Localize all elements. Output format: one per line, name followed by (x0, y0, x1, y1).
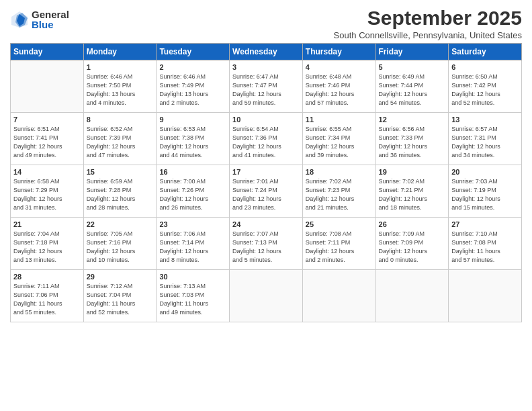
logo-general-text: General (32, 9, 69, 19)
calendar-title: September 2025 (334, 7, 522, 29)
day-number: 11 (306, 116, 373, 124)
day-info: Sunrise: 7:05 AM Sunset: 7:16 PM Dayligh… (87, 230, 154, 265)
title-area: September 2025 South Connellsville, Penn… (334, 7, 522, 40)
day-info: Sunrise: 6:54 AM Sunset: 7:36 PM Dayligh… (232, 125, 300, 160)
day-cell-w5-d7 (449, 270, 522, 322)
day-number: 10 (232, 116, 300, 124)
day-number: 3 (232, 63, 300, 71)
col-sunday: Sunday (11, 44, 84, 60)
day-info: Sunrise: 6:49 AM Sunset: 7:44 PM Dayligh… (379, 73, 446, 107)
day-cell-w2-d7: 13Sunrise: 6:57 AM Sunset: 7:31 PM Dayli… (449, 113, 522, 165)
day-number: 8 (87, 116, 154, 124)
page: General Blue September 2025 South Connel… (0, 0, 532, 411)
day-number: 23 (159, 220, 226, 228)
day-cell-w2-d5: 11Sunrise: 6:55 AM Sunset: 7:34 PM Dayli… (302, 113, 375, 165)
day-cell-w4-d5: 25Sunrise: 7:08 AM Sunset: 7:11 PM Dayli… (302, 218, 375, 270)
day-info: Sunrise: 7:06 AM Sunset: 7:14 PM Dayligh… (159, 230, 226, 265)
day-number: 15 (87, 168, 154, 176)
day-info: Sunrise: 6:58 AM Sunset: 7:29 PM Dayligh… (13, 177, 81, 212)
day-number: 21 (13, 220, 81, 228)
logo-icon (10, 10, 29, 29)
day-cell-w4-d4: 24Sunrise: 7:07 AM Sunset: 7:13 PM Dayli… (230, 218, 303, 270)
day-info: Sunrise: 7:03 AM Sunset: 7:19 PM Dayligh… (451, 177, 519, 212)
day-number: 18 (306, 168, 373, 176)
week-row-3: 14Sunrise: 6:58 AM Sunset: 7:29 PM Dayli… (11, 165, 522, 218)
day-info: Sunrise: 6:47 AM Sunset: 7:47 PM Dayligh… (232, 73, 300, 107)
week-row-5: 28Sunrise: 7:11 AM Sunset: 7:06 PM Dayli… (11, 270, 522, 322)
day-info: Sunrise: 7:13 AM Sunset: 7:03 PM Dayligh… (159, 282, 226, 317)
day-number: 19 (379, 168, 446, 176)
day-cell-w3-d5: 18Sunrise: 7:02 AM Sunset: 7:23 PM Dayli… (302, 165, 375, 218)
day-cell-w4-d7: 27Sunrise: 7:10 AM Sunset: 7:08 PM Dayli… (449, 218, 522, 270)
day-number: 28 (13, 273, 81, 281)
day-info: Sunrise: 7:02 AM Sunset: 7:21 PM Dayligh… (379, 177, 446, 212)
day-cell-w5-d4 (230, 270, 303, 322)
day-number: 6 (451, 63, 519, 71)
day-number: 7 (13, 116, 81, 124)
day-cell-w1-d6: 5Sunrise: 6:49 AM Sunset: 7:44 PM Daylig… (375, 60, 449, 113)
day-info: Sunrise: 6:52 AM Sunset: 7:39 PM Dayligh… (87, 125, 154, 160)
day-cell-w1-d4: 3Sunrise: 6:47 AM Sunset: 7:47 PM Daylig… (230, 60, 303, 113)
day-cell-w2-d4: 10Sunrise: 6:54 AM Sunset: 7:36 PM Dayli… (230, 113, 303, 165)
day-number: 5 (379, 63, 446, 71)
day-info: Sunrise: 7:12 AM Sunset: 7:04 PM Dayligh… (87, 282, 154, 317)
day-number: 9 (159, 116, 226, 124)
day-cell-w5-d1: 28Sunrise: 7:11 AM Sunset: 7:06 PM Dayli… (11, 270, 84, 322)
day-info: Sunrise: 7:09 AM Sunset: 7:09 PM Dayligh… (379, 230, 446, 265)
day-info: Sunrise: 7:07 AM Sunset: 7:13 PM Dayligh… (232, 230, 300, 265)
day-number: 4 (306, 63, 373, 71)
day-cell-w4-d1: 21Sunrise: 7:04 AM Sunset: 7:18 PM Dayli… (11, 218, 84, 270)
day-info: Sunrise: 7:01 AM Sunset: 7:24 PM Dayligh… (232, 177, 300, 212)
day-info: Sunrise: 7:02 AM Sunset: 7:23 PM Dayligh… (306, 177, 373, 212)
day-number: 14 (13, 168, 81, 176)
col-saturday: Saturday (449, 44, 522, 60)
day-cell-w3-d2: 15Sunrise: 6:59 AM Sunset: 7:28 PM Dayli… (83, 165, 157, 218)
day-cell-w4-d3: 23Sunrise: 7:06 AM Sunset: 7:14 PM Dayli… (157, 218, 230, 270)
col-friday: Friday (375, 44, 449, 60)
day-number: 26 (379, 220, 446, 228)
day-cell-w3-d7: 20Sunrise: 7:03 AM Sunset: 7:19 PM Dayli… (449, 165, 522, 218)
day-cell-w1-d7: 6Sunrise: 6:50 AM Sunset: 7:42 PM Daylig… (449, 60, 522, 113)
day-number: 24 (232, 220, 300, 228)
day-number: 30 (159, 273, 226, 281)
calendar-table: Sunday Monday Tuesday Wednesday Thursday… (10, 43, 522, 322)
day-info: Sunrise: 7:10 AM Sunset: 7:08 PM Dayligh… (451, 230, 519, 265)
day-info: Sunrise: 7:08 AM Sunset: 7:11 PM Dayligh… (306, 230, 373, 265)
day-info: Sunrise: 6:59 AM Sunset: 7:28 PM Dayligh… (87, 177, 154, 212)
day-number: 29 (87, 273, 154, 281)
header-row: Sunday Monday Tuesday Wednesday Thursday… (11, 44, 522, 60)
day-number: 27 (451, 220, 519, 228)
day-cell-w1-d1 (11, 60, 84, 113)
week-row-2: 7Sunrise: 6:51 AM Sunset: 7:41 PM Daylig… (11, 113, 522, 165)
day-cell-w3-d6: 19Sunrise: 7:02 AM Sunset: 7:21 PM Dayli… (375, 165, 449, 218)
week-row-4: 21Sunrise: 7:04 AM Sunset: 7:18 PM Dayli… (11, 218, 522, 270)
day-number: 12 (379, 116, 446, 124)
day-cell-w5-d5 (302, 270, 375, 322)
day-info: Sunrise: 7:00 AM Sunset: 7:26 PM Dayligh… (159, 177, 226, 212)
day-info: Sunrise: 6:57 AM Sunset: 7:31 PM Dayligh… (451, 125, 519, 160)
day-cell-w1-d2: 1Sunrise: 6:46 AM Sunset: 7:50 PM Daylig… (83, 60, 157, 113)
day-cell-w2-d2: 8Sunrise: 6:52 AM Sunset: 7:39 PM Daylig… (83, 113, 157, 165)
day-number: 2 (159, 63, 226, 71)
day-cell-w1-d5: 4Sunrise: 6:48 AM Sunset: 7:46 PM Daylig… (302, 60, 375, 113)
day-cell-w5-d6 (375, 270, 449, 322)
logo-text: General Blue (32, 9, 69, 30)
day-cell-w5-d3: 30Sunrise: 7:13 AM Sunset: 7:03 PM Dayli… (157, 270, 230, 322)
day-number: 1 (87, 63, 154, 71)
day-number: 17 (232, 168, 300, 176)
calendar-subtitle: South Connellsville, Pennsylvania, Unite… (334, 30, 522, 40)
day-number: 22 (87, 220, 154, 228)
day-info: Sunrise: 6:51 AM Sunset: 7:41 PM Dayligh… (13, 125, 81, 160)
day-info: Sunrise: 6:56 AM Sunset: 7:33 PM Dayligh… (379, 125, 446, 160)
day-info: Sunrise: 6:46 AM Sunset: 7:50 PM Dayligh… (87, 73, 154, 107)
day-info: Sunrise: 6:48 AM Sunset: 7:46 PM Dayligh… (306, 73, 373, 107)
day-info: Sunrise: 6:46 AM Sunset: 7:49 PM Dayligh… (159, 73, 226, 107)
day-number: 16 (159, 168, 226, 176)
day-cell-w5-d2: 29Sunrise: 7:12 AM Sunset: 7:04 PM Dayli… (83, 270, 157, 322)
day-cell-w1-d3: 2Sunrise: 6:46 AM Sunset: 7:49 PM Daylig… (157, 60, 230, 113)
day-number: 20 (451, 168, 519, 176)
day-number: 25 (306, 220, 373, 228)
col-wednesday: Wednesday (230, 44, 303, 60)
day-cell-w4-d2: 22Sunrise: 7:05 AM Sunset: 7:16 PM Dayli… (83, 218, 157, 270)
day-cell-w3-d3: 16Sunrise: 7:00 AM Sunset: 7:26 PM Dayli… (157, 165, 230, 218)
